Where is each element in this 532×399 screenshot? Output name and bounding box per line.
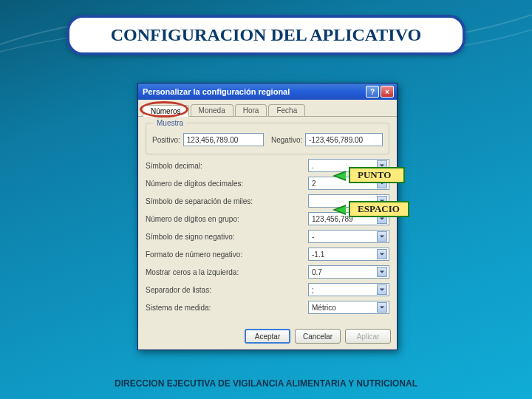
leading-zeros-combo[interactable]: 0.7 bbox=[308, 265, 389, 279]
measure-system-label: Sistema de medida: bbox=[146, 304, 304, 312]
chevron-down-icon bbox=[377, 302, 387, 313]
dialog-button-row: Aceptar Cancelar Aplicar bbox=[245, 329, 391, 344]
sample-positive-label: Positivo: bbox=[152, 136, 180, 144]
sample-negative-value: -123,456,789.00 bbox=[305, 133, 383, 146]
arrow-icon bbox=[332, 205, 346, 215]
decimal-symbol-label: Símbolo decimal: bbox=[146, 162, 304, 170]
help-button[interactable]: ? bbox=[366, 86, 379, 98]
tab-strip: Números Moneda Hora Fecha bbox=[138, 100, 397, 117]
close-button[interactable]: × bbox=[381, 86, 394, 98]
decimal-digits-value: 2 bbox=[312, 180, 316, 188]
apply-button[interactable]: Aplicar bbox=[345, 329, 391, 344]
cancel-button[interactable]: Cancelar bbox=[295, 329, 341, 344]
measure-system-value: Métrico bbox=[312, 304, 336, 312]
slide-footer: DIRECCION EJECUTIVA DE VIGILANCIA ALIMEN… bbox=[0, 378, 532, 389]
tab-numeros[interactable]: Números bbox=[143, 105, 189, 117]
digit-grouping-value: 123,456,789 bbox=[312, 215, 353, 223]
dialog-title-text: Personalizar la configuración regional bbox=[143, 87, 290, 96]
tab-moneda[interactable]: Moneda bbox=[191, 104, 233, 116]
decimal-symbol-value: . bbox=[312, 162, 314, 170]
arrow-icon bbox=[332, 171, 346, 181]
slide-title: CONFIGURACION DEL APLICATIVO bbox=[66, 15, 466, 55]
neg-sign-combo[interactable]: - bbox=[308, 230, 389, 243]
neg-format-combo[interactable]: -1.1 bbox=[308, 248, 389, 261]
neg-format-value: -1.1 bbox=[312, 250, 324, 259]
decimal-digits-label: Número de dígitos decimales: bbox=[146, 180, 304, 188]
neg-format-label: Formato de número negativo: bbox=[146, 250, 304, 259]
neg-sign-label: Símbolo de signo negativo: bbox=[146, 233, 304, 241]
sample-positive-value: 123,456,789.00 bbox=[183, 133, 264, 146]
chevron-down-icon bbox=[377, 249, 387, 259]
chevron-down-icon bbox=[377, 284, 387, 295]
leading-zeros-label: Mostrar ceros a la izquierda: bbox=[146, 268, 304, 276]
tab-fecha[interactable]: Fecha bbox=[268, 104, 305, 116]
tab-pane-numeros: Muestra Positivo: 123,456,789.00 Negativ… bbox=[138, 117, 397, 323]
list-sep-combo[interactable]: ; bbox=[308, 283, 389, 296]
accept-button[interactable]: Aceptar bbox=[245, 329, 290, 344]
thousands-sep-label: Símbolo de separación de miles: bbox=[146, 197, 304, 205]
list-sep-label: Separador de listas: bbox=[146, 286, 304, 294]
callout-espacio: ESPACIO bbox=[349, 201, 409, 217]
chevron-down-icon bbox=[377, 267, 387, 277]
sample-negative-label: Negativo: bbox=[271, 136, 302, 144]
measure-system-combo[interactable]: Métrico bbox=[308, 301, 389, 314]
list-sep-value: ; bbox=[312, 286, 314, 294]
callout-punto: PUNTO bbox=[349, 167, 405, 183]
digit-grouping-label: Número de dígitos en grupo: bbox=[146, 215, 304, 223]
dialog-titlebar[interactable]: Personalizar la configuración regional ?… bbox=[138, 83, 397, 100]
sample-group: Muestra Positivo: 123,456,789.00 Negativ… bbox=[146, 123, 389, 154]
chevron-down-icon bbox=[377, 231, 387, 242]
tab-hora[interactable]: Hora bbox=[235, 104, 267, 116]
neg-sign-value: - bbox=[312, 233, 314, 241]
sample-group-label: Muestra bbox=[154, 119, 186, 127]
leading-zeros-value: 0.7 bbox=[312, 268, 322, 276]
